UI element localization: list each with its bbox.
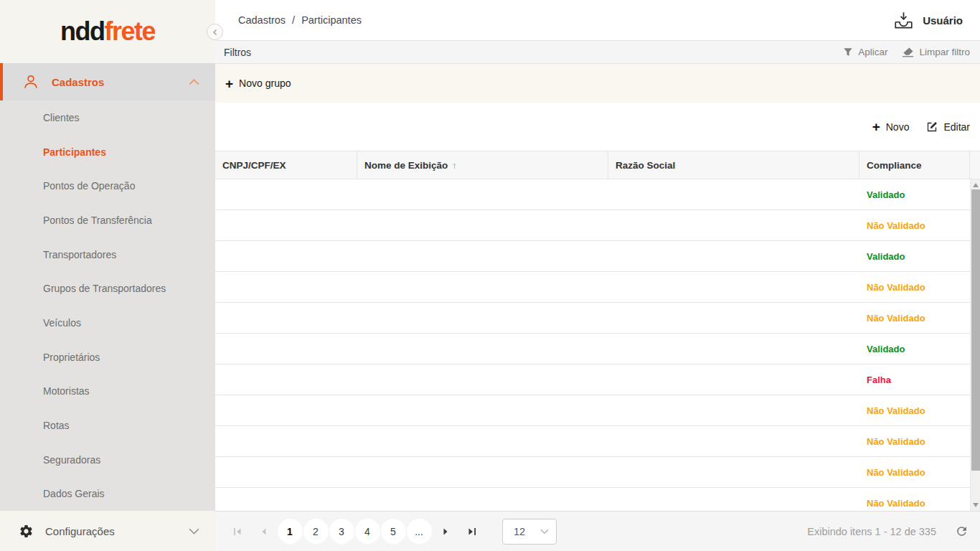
clear-filter-button[interactable]: Limpar filtro — [902, 47, 970, 57]
table-row[interactable]: Não Validado — [215, 210, 980, 241]
column-header-nome-exibicao[interactable]: Nome de Exibição ↑ — [357, 151, 608, 179]
row-empty-cells — [215, 488, 859, 511]
column-header-razao-social[interactable]: Razão Social — [608, 151, 859, 179]
first-page-icon — [232, 527, 242, 537]
table-row[interactable]: Validado — [215, 179, 980, 210]
next-page-icon — [440, 527, 451, 537]
page-2-button[interactable]: 2 — [303, 519, 329, 544]
sidebar-item-grupos-de-transportadores[interactable]: Grupos de Transportadores — [0, 271, 215, 306]
sidebar-item-transportadores[interactable]: Transportadores — [0, 237, 215, 272]
sidebar-item-clientes[interactable]: Clientes — [0, 100, 215, 135]
sidebar-item-rotas[interactable]: Rotas — [0, 408, 215, 443]
eraser-icon — [902, 47, 914, 57]
sidebar-item-seguradoras[interactable]: Seguradoras — [0, 443, 215, 477]
column-label: Nome de Exibição — [364, 160, 448, 171]
table-row[interactable]: Não Validado — [215, 395, 980, 426]
app-logo[interactable]: nddfrete — [0, 0, 215, 63]
plus-icon: + — [225, 77, 233, 90]
row-empty-cells — [215, 334, 859, 364]
page-1-button[interactable]: 1 — [278, 519, 303, 544]
new-button[interactable]: + Novo — [872, 120, 910, 133]
refresh-button[interactable] — [955, 524, 969, 538]
scroll-down-icon[interactable] — [973, 503, 979, 507]
chevron-down-icon — [189, 528, 199, 534]
sidebar-item-proprietarios[interactable]: Proprietários — [0, 340, 215, 375]
user-inbox-icon — [894, 11, 913, 29]
page-ellipsis-button[interactable]: ... — [407, 519, 432, 544]
breadcrumb-separator: / — [292, 14, 295, 26]
filters-bar: Filtros Aplicar Limpar filtro — [215, 40, 980, 64]
sidebar-item-participantes[interactable]: Participantes — [0, 135, 215, 169]
row-empty-cells — [215, 426, 859, 456]
logo-ndd: ndd — [60, 17, 104, 47]
person-icon — [22, 72, 40, 91]
row-empty-cells — [215, 303, 859, 333]
vertical-scrollbar[interactable] — [970, 179, 980, 511]
page-5-button[interactable]: 5 — [381, 519, 406, 544]
pagination-summary-area: Exibindo itens 1 - 12 de 335 — [807, 524, 969, 538]
first-page-button[interactable] — [224, 519, 250, 545]
sidebar-section-cadastros[interactable]: Cadastros — [0, 63, 215, 100]
apply-filter-label: Aplicar — [858, 47, 887, 57]
sidebar-section-label: Cadastros — [52, 76, 177, 88]
new-group-label: Novo grupo — [239, 77, 291, 89]
sidebar-collapse-button[interactable] — [207, 24, 223, 40]
scroll-up-icon[interactable] — [973, 183, 979, 187]
column-label: Compliance — [867, 160, 922, 171]
edit-button[interactable]: Editar — [926, 121, 970, 133]
row-empty-cells — [215, 395, 859, 425]
page-size-value: 12 — [514, 526, 525, 537]
sidebar-section-configuracoes[interactable]: Configurações — [0, 511, 215, 551]
last-page-button[interactable] — [458, 519, 485, 545]
breadcrumb-participantes[interactable]: Participantes — [301, 14, 362, 26]
page-3-button[interactable]: 3 — [329, 519, 354, 544]
user-menu[interactable]: Usuário — [894, 11, 963, 29]
compliance-cell: Não Validado — [859, 210, 970, 240]
table-row[interactable]: Validado — [215, 334, 980, 364]
refresh-icon — [955, 524, 969, 538]
sidebar-item-pontos-de-transferencia[interactable]: Pontos de Transferência — [0, 203, 215, 237]
sidebar-submenu: ClientesParticipantesPontos de OperaçãoP… — [0, 100, 215, 511]
column-header-cnpj[interactable]: CNPJ/CPF/EX — [215, 151, 357, 179]
table-row[interactable]: Não Validado — [215, 488, 980, 511]
sidebar-section-label: Configurações — [45, 525, 177, 537]
new-group-bar: + Novo grupo — [215, 64, 980, 103]
table-row[interactable]: Falha — [215, 364, 980, 395]
page-size-select[interactable]: 12 — [502, 519, 557, 545]
sidebar-item-motoristas[interactable]: Motoristas — [0, 374, 215, 408]
filters-actions: Aplicar Limpar filtro — [843, 47, 970, 57]
main-content: Cadastros / Participantes Usuário Filtro… — [215, 0, 980, 551]
new-group-button[interactable]: + Novo grupo — [225, 77, 291, 90]
table-row[interactable]: Não Validado — [215, 457, 980, 488]
compliance-cell: Falha — [859, 364, 970, 395]
table-actions-row: + Novo Editar — [215, 103, 980, 151]
apply-filter-button[interactable]: Aplicar — [843, 47, 887, 57]
column-header-compliance[interactable]: Compliance — [859, 151, 970, 179]
sidebar-item-veiculos[interactable]: Veículos — [0, 306, 215, 340]
table-row[interactable]: Validado — [215, 241, 980, 272]
filters-title: Filtros — [224, 47, 251, 58]
logo-frete: frete — [104, 17, 155, 47]
last-page-icon — [467, 527, 477, 537]
previous-page-button[interactable] — [250, 519, 277, 545]
page-4-button[interactable]: 4 — [355, 519, 380, 544]
edit-label: Editar — [943, 121, 970, 133]
breadcrumb-cadastros[interactable]: Cadastros — [238, 14, 286, 26]
sidebar-item-dados-gerais[interactable]: Dados Gerais — [0, 476, 215, 511]
table-row[interactable]: Não Validado — [215, 272, 980, 303]
compliance-cell: Não Validado — [859, 272, 970, 302]
user-label: Usuário — [923, 14, 963, 27]
table-row[interactable]: Não Validado — [215, 303, 980, 334]
items-summary: Exibindo itens 1 - 12 de 335 — [807, 526, 936, 537]
table-header: CNPJ/CPF/EX Nome de Exibição ↑ Razão Soc… — [215, 151, 980, 179]
header-scrollbar-gutter — [970, 151, 980, 179]
sidebar-item-pontos-de-operacao[interactable]: Pontos de Operação — [0, 169, 215, 203]
column-label: Razão Social — [616, 160, 675, 171]
next-page-button[interactable] — [432, 519, 458, 545]
scrollbar-thumb[interactable] — [971, 189, 980, 471]
gear-icon — [19, 524, 34, 539]
topbar: Cadastros / Participantes Usuário — [215, 0, 980, 40]
row-empty-cells — [215, 210, 859, 240]
chevron-left-icon — [212, 29, 219, 36]
table-row[interactable]: Não Validado — [215, 426, 980, 457]
